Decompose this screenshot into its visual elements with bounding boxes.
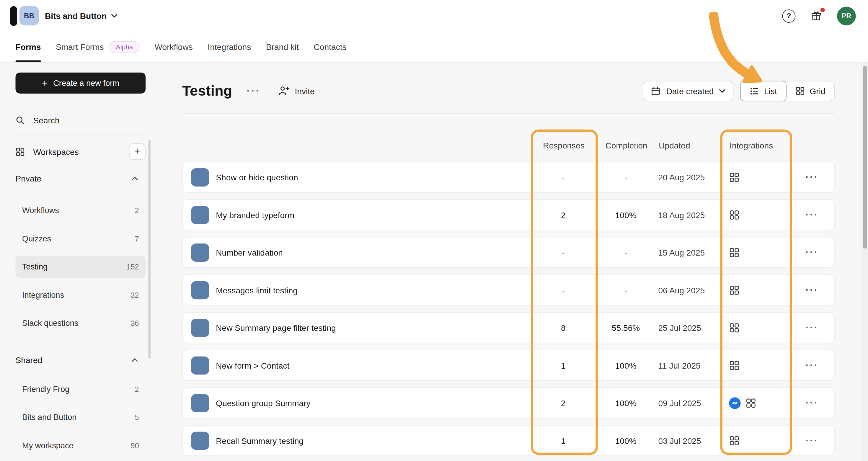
updated-value: 06 Aug 2025 [657, 286, 721, 295]
item-count: 2 [135, 206, 139, 214]
workspaces-label: Workspaces [33, 147, 79, 157]
item-label: My workspace [22, 441, 73, 450]
responses-value: 2 [532, 210, 595, 220]
page-scrollbar[interactable] [863, 66, 867, 249]
completion-value: 100% [595, 436, 657, 446]
integrations-icon[interactable] [729, 435, 740, 446]
sidebar-section-shared[interactable]: Shared [16, 348, 146, 372]
table-row[interactable]: Number validation - - 15 Aug 2025 ··· [182, 237, 835, 268]
workspaces-header: Workspaces + [16, 140, 146, 164]
item-label: Workflows [22, 206, 59, 215]
section-label: Private [16, 173, 42, 183]
create-form-button[interactable]: + Create a new form [16, 73, 146, 94]
form-name: Show or hide question [216, 172, 298, 182]
integrations-icon[interactable] [729, 209, 740, 220]
responses-value: 8 [532, 323, 595, 332]
header-controls: Date created [643, 80, 835, 101]
grid-label: Grid [810, 86, 825, 96]
table-row[interactable]: New form > Contact 1 100% 11 Jul 2025 ··… [182, 350, 835, 381]
table-row[interactable]: My branded typeform 2 100% 18 Aug 2025 ·… [182, 199, 835, 230]
app-window: BB Bits and Button ? PR Forms Smart [0, 0, 868, 461]
section-label: Shared [16, 355, 42, 364]
sidebar-item-integrations[interactable]: Integrations 32 [16, 284, 146, 306]
workspace-options-button[interactable]: ··· [247, 85, 260, 97]
row-menu-button[interactable]: ··· [805, 322, 819, 333]
form-thumbnail [191, 206, 209, 224]
help-icon[interactable]: ? [782, 9, 795, 23]
tab-forms[interactable]: Forms [16, 32, 41, 62]
tab-brand-kit[interactable]: Brand kit [266, 32, 299, 62]
sidebar-item-bits-and-button[interactable]: Bits and Button 5 [16, 406, 146, 428]
table-row[interactable]: New Summary page filter testing 8 55.56%… [182, 312, 835, 343]
sidebar-item-quizzes[interactable]: Quizzes 7 [16, 228, 146, 250]
form-thumbnail [191, 394, 209, 412]
form-name: Messages limit testing [216, 286, 298, 295]
form-thumbnail [191, 168, 209, 186]
chevron-down-icon[interactable] [111, 14, 117, 18]
sidebar-search[interactable]: Search [16, 110, 146, 130]
workspaces-grid-icon [16, 147, 25, 157]
form-name: Number validation [216, 248, 283, 257]
sidebar-item-friendly-frog[interactable]: Friendly Frog 2 [16, 378, 146, 400]
help-glyph: ? [786, 11, 791, 20]
row-menu-button[interactable]: ··· [805, 246, 819, 258]
updated-value: 11 Jul 2025 [657, 361, 721, 370]
integrations-icon[interactable] [746, 398, 756, 408]
forms-table: Responses Completion Updated Integration… [182, 128, 835, 461]
updated-value: 03 Jul 2025 [657, 436, 721, 446]
completion-value: 100% [595, 398, 657, 407]
integrations-icon[interactable] [729, 285, 740, 295]
row-menu-button[interactable]: ··· [805, 284, 819, 296]
form-thumbnail [191, 243, 209, 262]
tab-workflows[interactable]: Workflows [155, 32, 193, 62]
sidebar-item-my-workspace[interactable]: My workspace 90 [16, 434, 146, 457]
messenger-icon[interactable] [729, 397, 740, 408]
private-items: Workflows 2 Quizzes 7 Testing 152 Integr… [16, 199, 146, 334]
content-header: Testing ··· Invite [182, 79, 835, 102]
form-name: New form > Contact [216, 361, 289, 370]
responses-value: 1 [532, 361, 595, 370]
form-name: My branded typeform [216, 210, 294, 220]
list-icon [750, 86, 759, 96]
updated-value: 25 Jul 2025 [657, 323, 721, 332]
grid-view-button[interactable]: Grid [786, 81, 834, 101]
user-avatar[interactable]: PR [837, 6, 856, 25]
sort-dropdown[interactable]: Date created [643, 80, 734, 101]
table-row[interactable]: Question group Summary 2 100% 09 Jul 202… [182, 388, 835, 419]
integrations-icon[interactable] [729, 172, 740, 183]
whats-new-gift-icon[interactable] [810, 10, 822, 22]
workspace-name[interactable]: Bits and Button [45, 11, 106, 21]
row-menu-button[interactable]: ··· [805, 209, 819, 221]
main-content: Testing ··· Invite [158, 63, 868, 461]
tab-integrations[interactable]: Integrations [208, 32, 251, 62]
tab-smart-forms[interactable]: Smart Forms Alpha [56, 32, 140, 62]
sidebar-scrollbar[interactable] [149, 140, 151, 359]
grid-icon [795, 86, 805, 96]
sidebar-item-testing[interactable]: Testing 152 [16, 256, 146, 278]
sidebar-section-private[interactable]: Private [16, 166, 146, 191]
add-workspace-button[interactable]: + [129, 143, 146, 160]
row-menu-button[interactable]: ··· [805, 435, 819, 446]
item-label: Quizzes [22, 234, 51, 243]
row-menu-button[interactable]: ··· [805, 360, 819, 371]
integrations-icon[interactable] [729, 247, 740, 258]
integrations-icon[interactable] [729, 360, 740, 371]
table-row[interactable]: Messages limit testing - - 06 Aug 2025 ·… [182, 274, 835, 305]
row-menu-button[interactable]: ··· [805, 171, 819, 183]
tab-contacts[interactable]: Contacts [314, 32, 347, 62]
sidebar-item-slack-questions[interactable]: Slack questions 36 [16, 312, 146, 334]
updated-value: 09 Jul 2025 [657, 398, 721, 407]
invite-button[interactable]: Invite [278, 86, 314, 96]
tab-label: Brand kit [266, 42, 299, 52]
row-menu-button[interactable]: ··· [805, 397, 819, 408]
sidebar: + Create a new form Search Workspaces + … [0, 63, 157, 461]
table-row[interactable]: Recall Summary testing 1 100% 03 Jul 202… [182, 425, 835, 456]
shared-items: Friendly Frog 2 Bits and Button 5 My wor… [16, 378, 146, 457]
integrations-icon[interactable] [729, 322, 740, 333]
table-row[interactable]: Show or hide question - - 20 Aug 2025 ··… [182, 162, 835, 193]
workspace-avatar[interactable]: BB [20, 6, 39, 26]
item-label: Friendly Frog [22, 385, 69, 393]
list-view-button[interactable]: List [740, 80, 786, 101]
sidebar-item-workflows[interactable]: Workflows 2 [16, 199, 146, 221]
invite-label: Invite [294, 86, 314, 96]
